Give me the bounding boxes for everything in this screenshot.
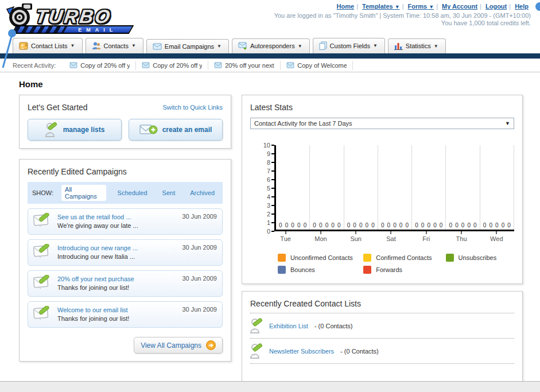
- tab-statistics[interactable]: Statistics▼: [388, 38, 446, 53]
- callout-line-decoration: [0, 28, 20, 71]
- legend-swatch: [278, 266, 286, 274]
- campaign-filter-tab[interactable]: All Campaigns: [61, 185, 106, 201]
- legend-item: Bounces: [278, 266, 363, 274]
- get-started-title: Let's Get Started: [28, 103, 88, 112]
- banner-stripes-decoration: [13, 26, 67, 33]
- navy-divider-bar: [0, 53, 540, 59]
- tab-autoresponders[interactable]: Autoresponders▼: [232, 38, 310, 53]
- nav-link-home[interactable]: Home: [337, 3, 355, 10]
- chart-y-tick: 5: [267, 184, 274, 192]
- nav-link-templates[interactable]: Templates ▼: [362, 3, 400, 10]
- chart-y-axis: 012345678910: [258, 145, 274, 231]
- campaign-filter-tab[interactable]: Scheduled: [114, 188, 151, 197]
- campaign-date: 30 Jun 2009: [182, 213, 217, 220]
- tab-label: Statistics: [406, 42, 431, 49]
- person-pencil-icon: [250, 343, 264, 359]
- chart-day-group: 00000: [378, 145, 412, 230]
- legend-item: Confirmed Contacts: [363, 254, 445, 262]
- recent-activity-item[interactable]: Copy of Welcome to: [281, 61, 353, 70]
- chart-day-group: 00000: [480, 145, 514, 230]
- chart-day-group: 00000: [446, 145, 480, 230]
- contact-list-link[interactable]: Newsletter Subscribers: [269, 348, 334, 355]
- legend-label: Bounces: [290, 266, 315, 273]
- chart-y-tick: 7: [267, 167, 274, 175]
- tab-email-campaigns[interactable]: Email Campaigns▼: [146, 39, 229, 53]
- chart-value-label: 0: [399, 222, 403, 228]
- arrow-right-icon: ➜: [206, 340, 216, 350]
- campaign-title-link[interactable]: Welcome to our email list: [57, 306, 128, 313]
- chart-value-label: 0: [502, 222, 505, 228]
- contact-list-link[interactable]: Exhibition List: [269, 323, 308, 329]
- view-all-campaigns-button[interactable]: View All Campaigns ➜: [134, 337, 223, 354]
- chart-value-label: 0: [483, 222, 487, 228]
- chart-x-axis: TueMonSunSatFriThuWed: [268, 231, 514, 242]
- contact-lists-panel: Recently Created Contact Lists Exhibitio…: [242, 291, 523, 392]
- chart-value-label: 0: [440, 222, 443, 228]
- person-pencil-icon: [45, 122, 59, 137]
- campaign-title-link[interactable]: 20% off your next purchase: [57, 275, 134, 282]
- tab-custom-fields[interactable]: Custom Fields▼: [313, 38, 385, 53]
- chart-y-tick: 4: [267, 193, 274, 201]
- legend-swatch: [363, 254, 371, 262]
- app-window: TURBO EMAIL Home| Templates ▼| Forms ▼| …: [0, 0, 540, 392]
- campaign-filter-tab[interactable]: Archived: [187, 188, 218, 197]
- contact-lists-icon: [19, 41, 28, 50]
- stats-dropdown[interactable]: Contact Activity for the Last 7 Days ▼: [250, 118, 514, 129]
- tab-contact-lists[interactable]: Contact Lists▼: [13, 38, 83, 53]
- chart-value-label: 0: [347, 222, 351, 228]
- envelope-pencil-icon: [33, 275, 53, 291]
- stats-dropdown-value: Contact Activity for the Last 7 Days: [254, 120, 352, 127]
- campaign-title-link[interactable]: See us at the retail food ...: [57, 214, 131, 220]
- campaigns-title: Recently Edited Campaigns: [28, 167, 127, 176]
- contact-activity-chart: 012345678910 000000000000000000000000000…: [258, 145, 514, 231]
- campaign-row[interactable]: 20% off your next purchase Thanks for jo…: [28, 270, 223, 297]
- chart-value-label: 0: [393, 222, 397, 228]
- contact-lists-title: Recently Created Contact Lists: [250, 299, 514, 313]
- recent-activity-item[interactable]: Copy of 20% off yo: [136, 61, 208, 70]
- credits-info-text: You have 1,000 total credits left.: [441, 20, 531, 26]
- chart-legend: Unconfirmed Contacts Confirmed Contacts …: [278, 254, 514, 274]
- main-content: Let's Get Started Switch to Quick Links …: [0, 95, 540, 392]
- chart-day-group: 00000: [412, 145, 446, 230]
- chart-value-label: 0: [421, 222, 425, 228]
- campaign-date: 30 Jun 2009: [182, 275, 217, 282]
- chart-value-label: 0: [319, 222, 323, 228]
- nav-link-help[interactable]: Help: [515, 3, 529, 10]
- chevron-down-icon: ▼: [505, 121, 510, 126]
- recent-activity-item[interactable]: 20% off your next p: [208, 61, 281, 70]
- chart-value-label: 0: [387, 222, 391, 228]
- campaigns-panel: Recently Edited Campaigns SHOW: All Camp…: [19, 159, 231, 362]
- recent-activity-item[interactable]: Copy of 20% off yo: [64, 61, 136, 70]
- legend-item: Forwards: [363, 266, 445, 274]
- chart-x-label: Thu: [444, 231, 479, 242]
- contacts-icon: [92, 41, 101, 50]
- create-email-button[interactable]: create an email: [129, 119, 223, 141]
- campaign-title-link[interactable]: Introducing our new range ...: [57, 244, 138, 251]
- campaign-row[interactable]: Welcome to our email list Thanks for joi…: [28, 301, 223, 328]
- chevron-down-icon: ▼: [429, 4, 434, 10]
- campaign-subtitle: Thanks for joining our list!: [57, 284, 177, 292]
- tab-contacts[interactable]: Contacts▼: [86, 38, 143, 53]
- chart-value-label: 0: [489, 222, 492, 228]
- nav-link-my-account[interactable]: My Account: [442, 3, 477, 10]
- campaign-filter-tab[interactable]: Sent: [159, 188, 179, 197]
- logo-subtitle: EMAIL: [65, 27, 130, 33]
- campaign-row[interactable]: See us at the retail food ... We're givi…: [28, 208, 223, 235]
- tab-label: Contact Lists: [31, 42, 68, 49]
- campaign-subtitle: Introducing our new Italia ...: [57, 253, 177, 261]
- contact-list-item[interactable]: Exhibition List - (0 Contacts): [250, 313, 514, 339]
- chevron-down-icon: ▼: [434, 44, 438, 49]
- recent-activity-bar: Recent Activity: Copy of 20% off yo Copy…: [0, 59, 540, 72]
- contact-list-item[interactable]: Newsletter Subscribers - (0 Contacts): [250, 339, 514, 364]
- manage-lists-button[interactable]: manage lists: [28, 119, 122, 141]
- campaign-row[interactable]: Introducing our new range ... Introducin…: [28, 239, 223, 266]
- contact-list-count: - (0 Contacts): [314, 323, 353, 329]
- switch-quick-links-link[interactable]: Switch to Quick Links: [162, 104, 223, 111]
- chart-day-group: 00000: [276, 145, 310, 230]
- nav-link-logout[interactable]: Logout: [485, 3, 507, 10]
- logo-title: TURBO: [34, 6, 113, 28]
- nav-link-forms[interactable]: Forms ▼: [408, 3, 434, 10]
- chart-value-label: 0: [455, 222, 459, 228]
- legend-label: Forwards: [376, 266, 402, 273]
- show-label: SHOW:: [32, 189, 53, 196]
